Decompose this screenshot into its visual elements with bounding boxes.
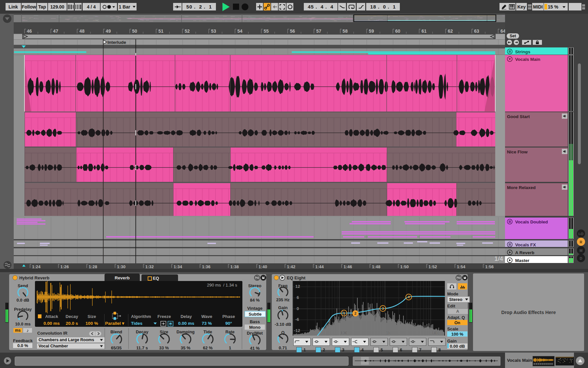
svg-text:1:52: 1:52 [429,264,437,269]
svg-text:48: 48 [79,28,85,34]
svg-text:1:46: 1:46 [344,264,352,269]
svg-text:1:24: 1:24 [32,264,41,269]
svg-text:62: 62 [448,28,453,34]
svg-text:1:42: 1:42 [287,264,295,269]
svg-text:1:28: 1:28 [89,264,97,269]
svg-text:60: 60 [395,28,400,34]
svg-text:52: 52 [185,28,190,34]
svg-text:57: 57 [316,28,321,34]
svg-text:1:44: 1:44 [315,264,324,269]
svg-text:54: 54 [237,28,242,34]
svg-text:1:50: 1:50 [400,264,409,269]
svg-text:51: 51 [158,28,164,34]
svg-text:59: 59 [369,28,374,34]
svg-text:55: 55 [264,28,269,34]
svg-text:46: 46 [27,28,32,34]
svg-text:1:34: 1:34 [174,264,183,269]
svg-text:R: R [580,240,582,244]
svg-text:1:32: 1:32 [145,264,154,269]
svg-text:M: M [580,249,582,253]
svg-text:1:26: 1:26 [60,264,69,269]
svg-text:58: 58 [343,28,348,34]
svg-text:64: 64 [500,28,505,34]
svg-text:50: 50 [132,28,137,34]
svg-text:49: 49 [106,28,111,34]
svg-text:1:40: 1:40 [259,264,267,269]
svg-text:1:36: 1:36 [202,264,210,269]
svg-text:1:56: 1:56 [485,264,494,269]
svg-text:I-O: I-O [579,232,584,236]
svg-text:47: 47 [53,28,58,34]
svg-text:1:54: 1:54 [457,264,466,269]
svg-text:1:48: 1:48 [372,264,380,269]
svg-text:63: 63 [474,28,479,34]
svg-text:D: D [580,256,582,260]
svg-text:56: 56 [290,28,295,34]
svg-text:53: 53 [211,28,216,34]
svg-text:61: 61 [421,28,427,34]
svg-text:1:30: 1:30 [117,264,125,269]
svg-text:1:38: 1:38 [230,264,239,269]
